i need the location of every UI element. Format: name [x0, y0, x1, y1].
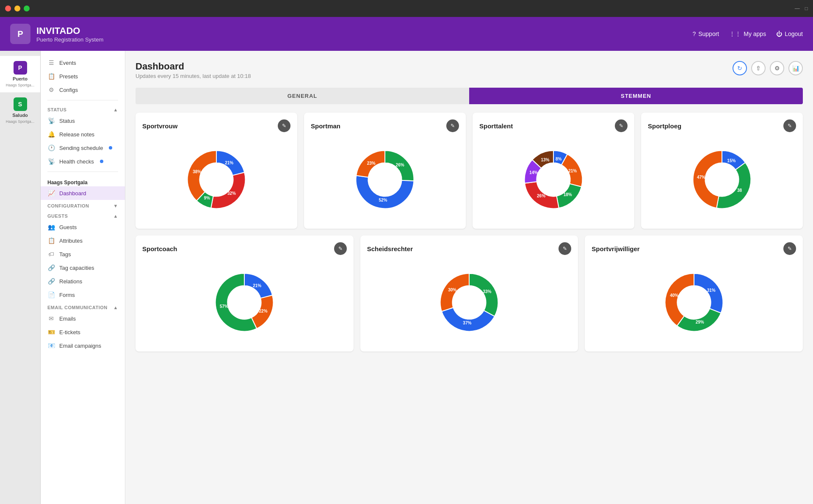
- chart-title-scheidsrechter: Scheidsrechter: [367, 245, 413, 252]
- svg-text:32%: 32%: [227, 191, 236, 196]
- sidebar-item-attributes[interactable]: 📋 Attributes: [41, 234, 125, 247]
- sidebar-item-presets[interactable]: 📋 Presets: [41, 69, 125, 83]
- chart-title-sportman: Sportman: [311, 122, 340, 130]
- myapps-label: My apps: [744, 30, 766, 37]
- tab-general[interactable]: GENERAL: [136, 88, 469, 104]
- chart-title-sportcoach: Sportcoach: [142, 245, 177, 252]
- tab-stemmen[interactable]: STEMMEN: [469, 88, 803, 104]
- sidebar-item-status[interactable]: 📡 Status: [41, 114, 125, 127]
- chevron-down-icon: ▼: [113, 203, 118, 208]
- logout-button[interactable]: ⏻ Logout: [776, 30, 803, 37]
- settings-button[interactable]: ⚙: [770, 61, 784, 75]
- guests-section-header: GUESTS ▲: [41, 210, 125, 220]
- etickets-icon: 🎫: [47, 329, 55, 335]
- app-subtitle: Puerto Registration System: [36, 36, 692, 43]
- sidebar-item-health-checks[interactable]: 📡 Health checks: [41, 155, 125, 168]
- svg-text:9%: 9%: [204, 196, 210, 200]
- chart-card-sportvrijwilliger: Sportvrijwilliger ✎ 31%29%40%: [585, 235, 803, 352]
- refresh-button[interactable]: ↻: [733, 61, 747, 75]
- app-header: P INVITADO Puerto Registration System ? …: [0, 17, 813, 51]
- page-title: Dashboard: [136, 61, 251, 72]
- emails-icon: ✉: [47, 315, 55, 322]
- sidebar-item-etickets[interactable]: 🎫 E-tickets: [41, 325, 125, 339]
- sidebar-item-label: Sending schedule: [59, 145, 103, 151]
- content-area: Dashboard Updates every 15 minutes, last…: [125, 51, 813, 504]
- support-label: Support: [698, 30, 719, 37]
- tags-icon: 🏷: [47, 251, 55, 258]
- chart-title-sportvrijwilliger: Sportvrijwilliger: [592, 245, 639, 252]
- sidebar-item-guests[interactable]: 👥 Guests: [41, 220, 125, 234]
- sidebar-item-forms[interactable]: 📄 Forms: [41, 288, 125, 302]
- logout-label: Logout: [785, 30, 803, 37]
- chart-edit-button-sportman[interactable]: ✎: [446, 119, 459, 132]
- chart-title-sporttalent: Sporttalent: [479, 122, 513, 130]
- sidebar-item-sending-schedule[interactable]: 🕐 Sending schedule: [41, 141, 125, 155]
- chart-edit-button-sportcoach[interactable]: ✎: [334, 242, 347, 255]
- chart-card-scheidsrechter: Scheidsrechter ✎ 33%37%30%: [360, 235, 578, 352]
- chart-edit-button-sportvrijwilliger[interactable]: ✎: [783, 242, 796, 255]
- svg-text:21%: 21%: [568, 169, 577, 173]
- chevron-up-icon: ▲: [113, 107, 118, 112]
- sidebar-item-label: Status: [59, 118, 75, 124]
- maximize-button[interactable]: [24, 6, 30, 11]
- sidebar-item-tag-capacities[interactable]: 🔗 Tag capacities: [41, 261, 125, 274]
- events-icon: ☰: [47, 59, 55, 66]
- sidebar-item-label: Tags: [59, 251, 71, 258]
- sidebar-item-label: Relations: [59, 278, 82, 285]
- configuration-section-header: CONFIGURATION ▼: [41, 200, 125, 210]
- nav-divider-1: [47, 100, 118, 100]
- email-campaigns-icon: 📧: [47, 342, 55, 349]
- sidebar-item-label: E-tickets: [59, 329, 80, 335]
- sidebar-item-tags[interactable]: 🏷 Tags: [41, 247, 125, 261]
- app-switcher-item-saludo[interactable]: S Saludo Haags Sportga...: [0, 92, 40, 129]
- nav-group-title: Haags Sportgala: [41, 175, 125, 186]
- chart-edit-button-sporttalent[interactable]: ✎: [615, 119, 628, 132]
- app-switcher-item-puerto[interactable]: P Puerto Haags Sportga...: [0, 56, 40, 92]
- myapps-button[interactable]: ⋮⋮ My apps: [729, 30, 766, 37]
- chart-button[interactable]: 📊: [788, 61, 803, 75]
- saludo-app-name: Saludo: [12, 113, 28, 118]
- chart-container-sportploeg: 15%3847%: [648, 137, 796, 222]
- svg-text:52%: 52%: [379, 198, 387, 202]
- sidebar-item-release-notes[interactable]: 🔔 Release notes: [41, 127, 125, 141]
- svg-text:21%: 21%: [225, 161, 233, 165]
- sidebar-item-dashboard[interactable]: 📈 Dashboard: [41, 186, 125, 200]
- svg-point-23: [228, 285, 261, 319]
- chart-edit-button-scheidsrechter[interactable]: ✎: [559, 242, 571, 255]
- sidebar-item-label: Events: [59, 60, 76, 66]
- svg-text:38%: 38%: [193, 169, 201, 174]
- svg-point-31: [677, 285, 711, 319]
- chart-edit-button-sportploeg[interactable]: ✎: [783, 119, 796, 132]
- saludo-app-icon: S: [14, 97, 27, 111]
- sending-schedule-badge: [109, 146, 112, 150]
- sidebar-item-label: Release notes: [59, 131, 94, 138]
- close-button[interactable]: [5, 6, 11, 11]
- app-switcher: P Puerto Haags Sportga... S Saludo Haags…: [0, 51, 41, 504]
- chart-container-sportvrijwilliger: 31%29%40%: [592, 260, 796, 345]
- sidebar-item-events[interactable]: ☰ Events: [41, 56, 125, 69]
- svg-text:15%: 15%: [727, 158, 736, 163]
- chevron-up-icon: ▲: [113, 213, 118, 219]
- share-button[interactable]: ⇧: [751, 61, 766, 75]
- sidebar-item-email-campaigns[interactable]: 📧 Email campaigns: [41, 339, 125, 352]
- support-button[interactable]: ? Support: [692, 30, 719, 37]
- sidebar-item-label: Dashboard: [59, 190, 86, 197]
- chart-container-scheidsrechter: 33%37%30%: [367, 260, 572, 345]
- release-notes-icon: 🔔: [47, 131, 55, 138]
- svg-text:47%: 47%: [697, 175, 705, 180]
- sidebar-item-configs[interactable]: ⚙ Configs: [41, 83, 125, 97]
- minimize-button[interactable]: [14, 6, 20, 11]
- sidebar-item-emails[interactable]: ✉ Emails: [41, 312, 125, 325]
- svg-text:37%: 37%: [463, 321, 471, 325]
- svg-text:31%: 31%: [707, 288, 715, 293]
- sidebar-item-relations[interactable]: 🔗 Relations: [41, 274, 125, 288]
- chart-container-sportman: 26%52%23%: [311, 137, 459, 222]
- svg-text:26%: 26%: [396, 163, 404, 167]
- chart-edit-button-sportvrouw[interactable]: ✎: [278, 119, 290, 132]
- configs-icon: ⚙: [47, 86, 55, 93]
- sidebar-item-label: Configs: [59, 87, 78, 93]
- chevron-up-icon: ▲: [113, 305, 118, 310]
- chart-title-sportvrouw: Sportvrouw: [142, 122, 177, 130]
- status-section-header: STATUS ▲: [41, 104, 125, 114]
- content-header: Dashboard Updates every 15 minutes, last…: [136, 61, 803, 79]
